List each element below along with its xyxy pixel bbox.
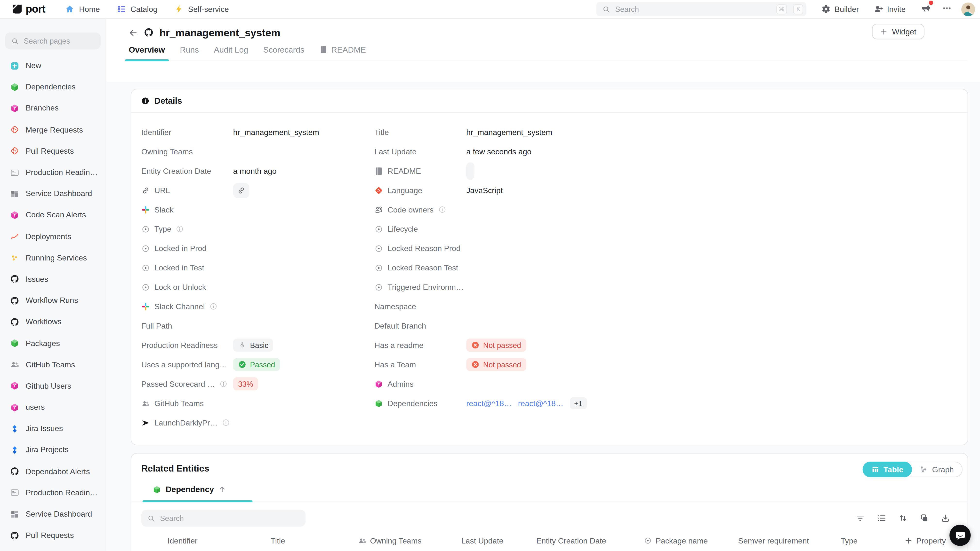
column-header-label: Type <box>841 536 858 545</box>
sidebar-item-service-dashboard[interactable]: Service Dashboard <box>0 503 106 525</box>
sidebar-item-workflows[interactable]: Workflows <box>0 311 106 332</box>
column-header-owning-teams[interactable]: Owning Teams <box>358 536 461 545</box>
slack-icon <box>142 302 150 311</box>
field-label-text: Language <box>387 186 422 195</box>
field-label-text: Owning Teams <box>142 147 193 156</box>
sidebar-item-running-services[interactable]: Running Services <box>0 247 106 268</box>
detail-row: Uses a supported lang…Passed <box>131 355 364 374</box>
sidebar-item-pull-requests[interactable]: Pull Requests <box>0 525 106 546</box>
sidebar-item-jira-issues[interactable]: Jira Issues <box>0 418 106 439</box>
port-logo[interactable]: port <box>11 3 45 16</box>
sidebar-item-workflow-runs[interactable]: Workflow Runs <box>0 290 106 311</box>
avatar[interactable] <box>961 2 975 16</box>
global-search[interactable]: ⌘ K <box>597 2 807 16</box>
announcements-button[interactable] <box>921 3 931 16</box>
more-count-chip[interactable]: +1 <box>570 397 587 409</box>
sidebar-item-deployments[interactable]: Deployments <box>0 226 106 247</box>
sidebar-item-label: Code Scan Alerts <box>26 211 86 219</box>
nav-item-home[interactable]: Home <box>65 4 100 14</box>
builder-button[interactable]: Builder <box>821 4 859 14</box>
add-widget-button[interactable]: Widget <box>872 24 924 39</box>
field-value: Not passed <box>466 358 526 371</box>
nav-item-self-service[interactable]: Self-service <box>174 4 229 14</box>
sidebar-item-github-users[interactable]: Github Users <box>0 375 106 397</box>
sidebar-item-merge-requests[interactable]: Merge Requests <box>0 119 106 140</box>
url-link-chip[interactable] <box>233 183 250 198</box>
people-icon <box>10 360 19 369</box>
view-table-button[interactable]: Table <box>862 462 912 477</box>
sidebar-search[interactable] <box>5 32 100 49</box>
column-header-type[interactable]: Type <box>841 536 904 545</box>
detail-row: Lifecycle <box>364 219 967 239</box>
filter-icon[interactable] <box>856 513 865 523</box>
field-value: JavaScript <box>466 186 503 195</box>
field-label-text: URL <box>154 186 170 195</box>
sidebar-search-input[interactable] <box>24 37 94 45</box>
column-header-title[interactable]: Title <box>270 536 358 545</box>
field-label-text: Type <box>154 225 172 233</box>
column-header-identifier[interactable]: Identifier <box>167 536 270 545</box>
info-icon[interactable] <box>220 380 228 388</box>
sidebar-item-pull-requests[interactable]: Pull Requests <box>0 140 106 162</box>
sidebar-item-branches[interactable]: Branches <box>0 98 106 119</box>
view-graph-button[interactable]: Graph <box>911 462 963 477</box>
sidebar-item-users[interactable]: users <box>0 397 106 418</box>
tab-dependency[interactable]: Dependency <box>143 485 253 502</box>
builder-label: Builder <box>835 5 859 13</box>
column-header-label: Title <box>270 536 285 545</box>
related-search-input[interactable] <box>160 514 299 522</box>
related-search[interactable] <box>142 510 306 527</box>
info-icon[interactable] <box>209 302 218 311</box>
dependency-link[interactable]: react@^18… <box>466 399 512 408</box>
chat-widget-button[interactable] <box>950 525 971 546</box>
global-search-input[interactable] <box>615 5 770 13</box>
topnav-more-button[interactable] <box>942 3 952 16</box>
sidebar-item-packages[interactable]: Packages <box>0 333 106 354</box>
sidebar-item-label: Dependencies <box>26 83 76 91</box>
field-value: Basic <box>233 338 274 352</box>
sidebar-item-service-dashboard[interactable]: Service Dashboard <box>0 183 106 205</box>
nav-item-catalog[interactable]: Catalog <box>117 4 158 14</box>
sidebar-item-production-readin[interactable]: Production Readin… <box>0 482 106 503</box>
copy-icon[interactable] <box>920 513 929 523</box>
rows-icon[interactable] <box>877 513 886 523</box>
tab-scorecards[interactable]: Scorecards <box>263 45 304 60</box>
invite-button[interactable]: Invite <box>874 4 905 14</box>
k-key: K <box>793 4 803 14</box>
back-button[interactable] <box>129 28 138 37</box>
info-icon[interactable] <box>222 418 230 427</box>
sidebar-item-label: Dependabot Alerts <box>26 467 90 476</box>
sidebar-item-jira-projects[interactable]: Jira Projects <box>0 439 106 460</box>
column-header-semver-requirement[interactable]: Semver requirement <box>738 536 841 545</box>
download-icon[interactable] <box>941 513 950 523</box>
sidebar-item-code-scan-alerts[interactable]: Code Scan Alerts <box>0 205 106 226</box>
tab-label: Runs <box>180 45 199 54</box>
status-badge: Basic <box>233 338 274 352</box>
info-icon[interactable] <box>176 225 184 233</box>
field-label-text: Locked in Prod <box>154 244 207 253</box>
tab-readme[interactable]: README <box>319 45 366 60</box>
sidebar-item-production-readin[interactable]: Production Readin… <box>0 162 106 183</box>
field-label: GitHub Teams <box>142 399 233 408</box>
field-label-text: README <box>387 167 421 175</box>
sidebar-item-dependabot-alerts[interactable]: Dependabot Alerts <box>0 460 106 482</box>
github-icon <box>144 27 154 37</box>
sidebar-item-label: Packages <box>26 339 60 348</box>
column-header-package-name[interactable]: Package name <box>644 536 738 545</box>
info-icon[interactable] <box>438 205 446 214</box>
column-header-last-update[interactable]: Last Update <box>461 536 536 545</box>
column-header-entity-creation-date[interactable]: Entity Creation Date <box>536 536 644 545</box>
github-icon <box>10 467 19 476</box>
dependency-link[interactable]: react@^18… <box>518 399 564 408</box>
field-label-text: Locked Reason Prod <box>387 244 460 253</box>
sidebar-item-issues[interactable]: Issues <box>0 268 106 290</box>
sort-icon[interactable] <box>898 513 908 523</box>
tab-audit-log[interactable]: Audit Log <box>214 45 248 60</box>
sidebar-item-github-teams[interactable]: GitHub Teams <box>0 354 106 375</box>
sidebar-item-new[interactable]: New <box>0 55 106 76</box>
tab-overview[interactable]: Overview <box>129 45 165 60</box>
detail-row: Last Updatea few seconds ago <box>364 142 967 161</box>
sidebar-item-label: Running Services <box>26 254 87 262</box>
tab-runs[interactable]: Runs <box>180 45 199 60</box>
sidebar-item-dependencies[interactable]: Dependencies <box>0 76 106 98</box>
